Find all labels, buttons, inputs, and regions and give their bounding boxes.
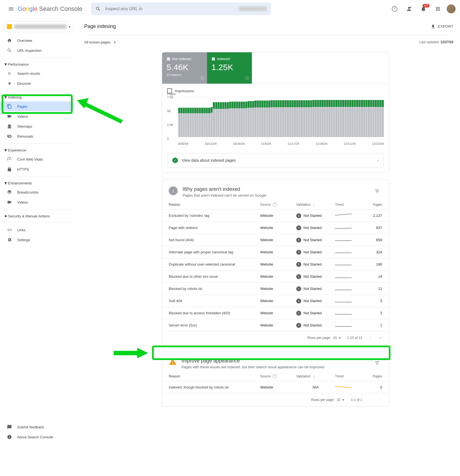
sparkline [335, 385, 352, 390]
pages-count: 659 [368, 238, 382, 242]
table-row[interactable]: Indexed, though blocked by robots.txt We… [162, 381, 389, 393]
col-validation[interactable]: Validation ↓ [296, 202, 335, 207]
sidebar-item-search-results[interactable]: G Search results [0, 68, 74, 78]
not-started-icon: ! [296, 225, 301, 230]
notifications-icon[interactable]: 107 [418, 3, 429, 14]
sidebar-section-performance[interactable]: ▾Performance [0, 60, 78, 68]
col-source[interactable]: Source ? [260, 374, 296, 379]
apps-icon[interactable] [432, 3, 443, 14]
home-icon [7, 38, 12, 43]
indexed-box[interactable]: Indexed 1.25K ⓘ [207, 52, 252, 84]
sidebar-item-about[interactable]: About Search Console [0, 432, 74, 442]
reason-text: Indexed, though blocked by robots.txt [169, 385, 260, 389]
next-page-button[interactable]: › [379, 335, 382, 341]
source-text: Website [260, 323, 296, 327]
sidebar-item-https[interactable]: HTTPS [0, 164, 74, 174]
col-validation[interactable]: Validation ↓ [296, 374, 335, 379]
sidebar-item-cwv[interactable]: Core Web Vitals [0, 154, 74, 164]
sidebar-item-sitemaps[interactable]: Sitemaps [0, 121, 74, 131]
validation-text: Not Started [303, 287, 322, 291]
table-row[interactable]: Alternate page with proper canonical tag… [162, 246, 389, 258]
avatar[interactable] [447, 4, 456, 13]
view-indexed-data-link[interactable]: ✓ View data about indexed pages › [167, 153, 384, 168]
sidebar-item-removals[interactable]: Removals [0, 131, 74, 141]
pages-count: 14 [368, 274, 382, 279]
sidebar-item-label: Breadcrumbs [17, 190, 39, 194]
not-started-icon: ! [296, 286, 301, 291]
col-trend[interactable]: Trend [335, 374, 368, 378]
sidebar-item-pages[interactable]: Pages [0, 101, 74, 111]
col-reason[interactable]: Reason [169, 203, 260, 207]
menu-button[interactable] [4, 2, 18, 16]
sidebar-item-url-inspection[interactable]: URL inspection [0, 45, 74, 55]
reason-text: Duplicate without user-selected canonica… [169, 262, 260, 266]
sidebar-section-indexing[interactable]: ▾Indexing [0, 93, 78, 101]
reason-text: Blocked due to access forbidden (403) [169, 311, 260, 315]
rows-per-page[interactable]: Rows per page: 10 ▾ [308, 336, 341, 340]
page-filter-dropdown[interactable]: All known pages ▾ [84, 40, 116, 44]
sort-icon: ↓ [313, 374, 315, 379]
prev-page-button[interactable]: ‹ [369, 335, 372, 341]
export-button[interactable]: EXPORT [431, 24, 453, 29]
pages-count: 937 [368, 226, 382, 230]
table-row[interactable]: Soft 404 Website !Not Started 3 [162, 295, 389, 307]
sidebar-item-discover[interactable]: ✱ Discover [0, 78, 74, 88]
links-icon [7, 227, 12, 233]
sidebar-item-label: About Search Console [17, 435, 53, 439]
chevron-right-icon: › [377, 158, 379, 163]
rows-per-page[interactable]: Rows per page: 10 ▾ [311, 398, 344, 402]
property-selector[interactable]: ▾ [3, 21, 74, 32]
impressions-toggle[interactable]: Impressions [167, 88, 384, 93]
validation-text: Not Started [303, 250, 322, 254]
sidebar-section-enhancements[interactable]: ▾Enhancements [0, 179, 78, 187]
url-inspection-search[interactable] [91, 2, 271, 15]
source-text: Website [260, 213, 296, 218]
validation-text: Not Started [303, 226, 322, 230]
sidebar-item-feedback[interactable]: Submit feedback [0, 422, 74, 432]
speed-icon [7, 156, 12, 162]
table-row[interactable]: Blocked due to access forbidden (403) We… [162, 307, 389, 319]
sidebar-item-links[interactable]: Links [0, 225, 74, 235]
sidebar-item-label: Submit feedback [17, 425, 44, 429]
filter-icon[interactable] [372, 358, 382, 368]
table-row[interactable]: Duplicate without user-selected canonica… [162, 258, 389, 271]
prev-page-button[interactable]: ‹ [369, 397, 372, 403]
col-trend[interactable]: Trend [335, 203, 368, 207]
sidebar-item-videos-enh[interactable]: Videos [0, 197, 74, 207]
source-text: Website [260, 299, 296, 303]
help-icon[interactable]: ? [272, 374, 277, 379]
blurred-property-name [14, 24, 67, 29]
not-indexed-box[interactable]: Not indexed 5.46K 13 reasons ⓘ [162, 52, 207, 84]
table-row[interactable]: Page with redirect Website !Not Started … [162, 222, 389, 234]
users-icon[interactable] [403, 3, 415, 14]
validation-text: Not Started [303, 311, 322, 315]
sidebar-item-videos-indexing[interactable]: Videos [0, 111, 74, 121]
sidebar-item-overview[interactable]: Overview [0, 35, 74, 45]
reason-text: Blocked due to other 4xx issue [169, 274, 260, 279]
sidebar-item-settings[interactable]: Settings [0, 235, 74, 245]
col-source[interactable]: Source ? [260, 202, 296, 207]
not-started-icon: ! [296, 262, 301, 267]
table-row[interactable]: Server error (5xx) Website !Not Started … [162, 319, 389, 331]
sidebar-section-experience[interactable]: ▾Experience [0, 146, 78, 154]
help-icon[interactable]: ⓘ [246, 76, 249, 81]
logo[interactable]: Google Search Console [18, 5, 83, 12]
sidebar-item-label: Settings [17, 238, 30, 242]
search-input[interactable] [105, 6, 234, 11]
col-pages[interactable]: Pages [368, 374, 382, 378]
next-page-button[interactable]: › [379, 397, 382, 403]
col-reason[interactable]: Reason [169, 374, 260, 378]
table-row[interactable]: Blocked due to other 4xx issue Website !… [162, 271, 389, 283]
help-icon[interactable]: ⓘ [201, 76, 204, 81]
table-row[interactable]: Blocked by robots.txt Website !Not Start… [162, 283, 389, 295]
table-row[interactable]: Excluded by 'noindex' tag Website !Not S… [162, 210, 389, 222]
filter-icon[interactable] [372, 186, 382, 196]
reason-text: Alternate page with proper canonical tag [169, 250, 260, 254]
col-pages[interactable]: Pages [368, 203, 382, 207]
video-icon [7, 199, 12, 205]
table-row[interactable]: Not found (404) Website !Not Started 659 [162, 234, 389, 246]
sidebar-item-breadcrumbs[interactable]: Breadcrumbs [0, 187, 74, 197]
help-icon[interactable]: ? [272, 202, 277, 207]
sidebar-section-security[interactable]: ▾Security & Manual Actions [0, 212, 78, 220]
help-icon[interactable]: ? [389, 3, 400, 14]
